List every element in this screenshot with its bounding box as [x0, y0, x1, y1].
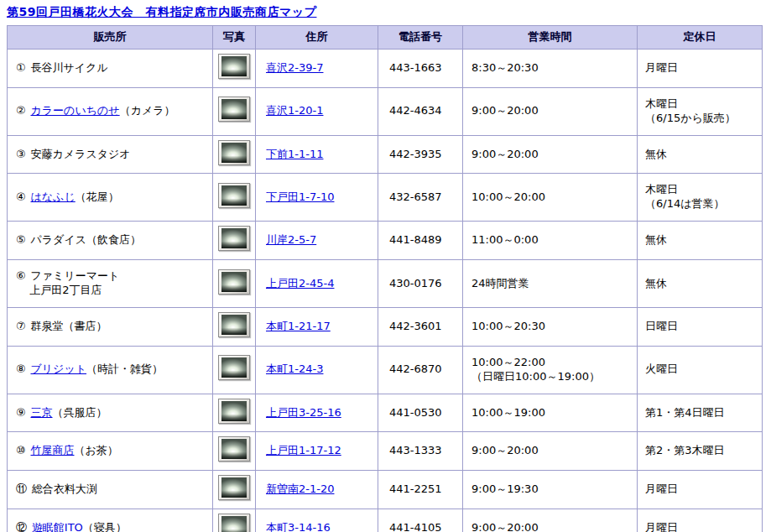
shop-photo-thumbnail[interactable] [218, 312, 250, 337]
address-link[interactable]: 上戸田3-25-16 [266, 406, 341, 419]
shop-name-text: ファミリーマート [31, 269, 120, 282]
shop-name-text: 長谷川サイクル [31, 61, 108, 74]
shop-name-cell: ⑦群泉堂（書店） [8, 307, 213, 346]
phone-cell: 441-2251 [378, 471, 463, 509]
hours-cell: 10:00～22:00 （日曜日10:00～19:00） [463, 346, 638, 394]
holiday-cell: 第2・第3木曜日 [638, 432, 763, 471]
address-link[interactable]: 喜沢2-39-7 [266, 61, 323, 74]
shop-name-link[interactable]: 三京 [31, 406, 53, 419]
hours-text: 9:00～20:00 [471, 444, 539, 456]
row-number: ⑪ [16, 482, 27, 495]
holiday-cell: 日曜日 [638, 307, 763, 346]
address-link[interactable]: 本町1-21-17 [266, 320, 331, 332]
phone-number: 442-6870 [389, 362, 442, 375]
photo-cell [213, 260, 256, 308]
holiday-text: 無休 [645, 148, 667, 160]
hours-text: 9:00～20:00 [471, 148, 539, 160]
header-sales-location: 販売所 [8, 26, 213, 50]
hours-cell: 9:00～20:00 [463, 87, 638, 135]
photo-cell [213, 432, 256, 471]
shop-name-link[interactable]: カラーのいちのせ [31, 104, 120, 117]
photo-cell [213, 87, 256, 135]
photo-cell [213, 49, 256, 87]
table-row: ⑨三京（呉服店） 上戸田3-25-16 441-0530 10:00～19:00… [8, 394, 763, 432]
table-row: ④はなふじ（花屋） 下戸田1-7-10 432-6587 10:00～20:00… [8, 174, 763, 222]
shop-photo-thumbnail[interactable] [218, 514, 250, 532]
photo-cell [213, 135, 256, 174]
address-link[interactable]: 上戸田1-17-12 [266, 444, 341, 456]
address-link[interactable]: 川岸2-5-7 [266, 233, 316, 246]
address-link[interactable]: 本町3-14-16 [266, 521, 331, 532]
table-row: ⑩竹屋商店（お茶） 上戸田1-17-12 443-1333 9:00～20:00… [8, 432, 763, 471]
phone-number: 432-6587 [389, 190, 442, 203]
header-hours: 営業時間 [463, 26, 638, 50]
address-cell: 上戸田2-45-4 [256, 260, 378, 308]
hours-cell: 10:00～19:00 [463, 394, 638, 432]
shop-name-cell: ⑫遊眠館ITO（寝具） [8, 509, 213, 532]
shop-photo-thumbnail[interactable] [218, 226, 250, 251]
shop-photo-thumbnail[interactable] [218, 140, 250, 165]
shop-photo-thumbnail[interactable] [218, 54, 250, 79]
holiday-cell: 第1・第4日曜日 [638, 394, 763, 432]
shop-name-cell: ③安藤カメラスタジオ [8, 135, 213, 174]
shop-name-link[interactable]: 遊眠館ITO [32, 521, 83, 532]
shop-name-text: （お茶） [75, 444, 118, 456]
photo-icon [221, 99, 247, 119]
shop-name-link[interactable]: はなふじ [31, 190, 76, 203]
address-link[interactable]: 本町1-24-3 [266, 362, 323, 375]
address-link[interactable]: 喜沢1-20-1 [266, 104, 323, 117]
photo-cell [213, 394, 256, 432]
address-cell: 新曽南2-1-20 [256, 471, 378, 509]
hours-cell: 9:00～19:30 [463, 471, 638, 509]
shop-name-text: （カメラ） [120, 104, 175, 117]
title-bar: 第59回戸田橋花火大会 有料指定席市内販売商店マップ [7, 3, 771, 20]
address-cell: 本町3-14-16 [256, 509, 378, 532]
address-cell: 上戸田3-25-16 [256, 394, 378, 432]
hours-text: 9:00～20:00 [471, 521, 539, 532]
address-link[interactable]: 新曽南2-1-20 [266, 482, 334, 495]
photo-icon [221, 357, 247, 378]
shop-photo-thumbnail[interactable] [218, 96, 250, 122]
phone-number: 441-8489 [389, 233, 442, 246]
shop-photo-thumbnail[interactable] [218, 355, 250, 380]
table-row: ⑦群泉堂（書店） 本町1-21-17 442-3601 10:00～20:30 … [8, 307, 763, 346]
row-number: ⑦ [16, 320, 26, 332]
holiday-cell: 木曜日 （6/15から販売） [638, 87, 763, 135]
page-title-link[interactable]: 第59回戸田橋花火大会 有料指定席市内販売商店マップ [7, 5, 316, 18]
hours-line2: （日曜日10:00～19:00） [471, 370, 633, 384]
address-link[interactable]: 上戸田2-45-4 [266, 277, 334, 289]
address-link[interactable]: 下戸田1-7-10 [266, 190, 334, 203]
shop-photo-thumbnail[interactable] [218, 399, 250, 424]
hours-cell: 11:00～0:00 [463, 222, 638, 260]
phone-number: 430-0176 [389, 277, 442, 289]
table-row: ②カラーのいちのせ（カメラ） 喜沢1-20-1 442-4634 9:00～20… [8, 87, 763, 135]
hours-text: 24時間営業 [471, 277, 529, 289]
hours-text: 10:00～20:00 [471, 190, 545, 203]
shop-photo-thumbnail[interactable] [218, 436, 250, 462]
shop-photo-thumbnail[interactable] [218, 269, 250, 295]
shop-name-text: （寝具） [83, 521, 127, 532]
table-body: ①長谷川サイクル 喜沢2-39-7 443-1663 8:30～20:30 月曜… [8, 49, 763, 532]
shop-photo-thumbnail[interactable] [218, 475, 250, 500]
shop-name-text: パラダイス（飲食店） [31, 233, 142, 246]
holiday-cell: 月曜日 [638, 471, 763, 509]
shop-name-cell: ⑨三京（呉服店） [8, 394, 213, 432]
holiday-cell: 無休 [638, 222, 763, 260]
holiday-text: 火曜日 [645, 362, 678, 375]
phone-cell: 442-3601 [378, 307, 463, 346]
shop-name-cell: ⑤パラダイス（飲食店） [8, 222, 213, 260]
shop-name-link[interactable]: 竹屋商店 [31, 444, 75, 456]
table-row: ⑪総合衣料大渕 新曽南2-1-20 441-2251 9:00～19:30 月曜… [8, 471, 763, 509]
phone-number: 441-4105 [389, 521, 442, 532]
holiday-text: 木曜日 [645, 97, 678, 110]
shop-photo-thumbnail[interactable] [218, 183, 250, 208]
address-cell: 下戸田1-7-10 [256, 174, 378, 222]
hours-cell: 9:00～20:00 [463, 135, 638, 174]
holiday-line2: （6/14は営業） [645, 197, 758, 211]
shop-name-link[interactable]: ブリジット [31, 362, 87, 375]
shop-name-text: （呉服店） [53, 406, 107, 419]
holiday-cell: 月曜日 [638, 49, 763, 87]
shop-table: 販売所 写真 住所 電話番号 営業時間 定休日 ①長谷川サイクル 喜沢2-39-… [7, 25, 763, 532]
holiday-text: 無休 [645, 277, 667, 289]
address-link[interactable]: 下前1-1-11 [266, 148, 323, 160]
